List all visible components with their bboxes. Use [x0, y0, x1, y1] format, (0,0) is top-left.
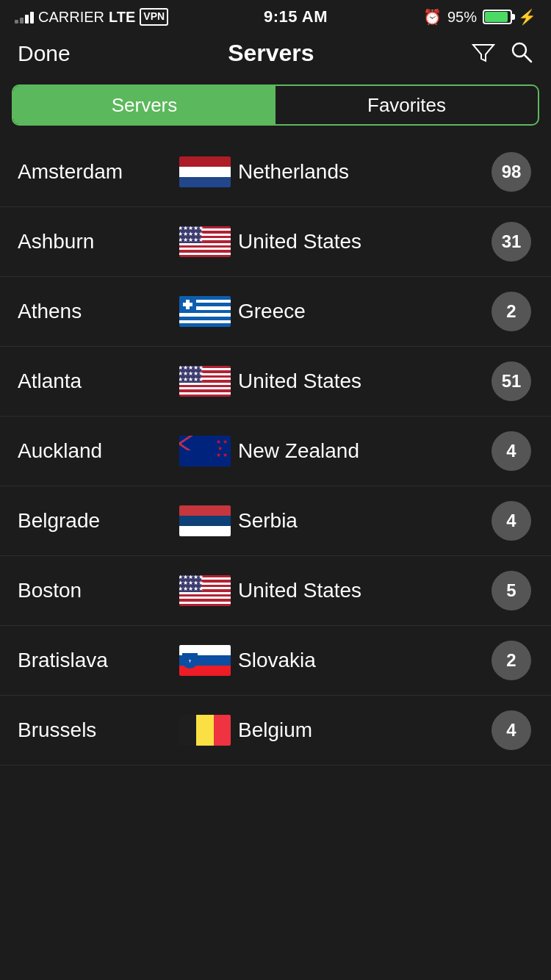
server-flag [179, 156, 238, 187]
server-country: Belgium [238, 718, 489, 742]
count-badge: 4 [491, 710, 531, 750]
server-flag: ★★★★★★★★★★★★★★★ [179, 575, 238, 606]
count-badge: 2 [491, 641, 531, 680]
count-badge: 4 [491, 501, 531, 541]
time-display: 9:15 AM [264, 7, 328, 26]
server-flag: ✝ [179, 645, 238, 676]
vpn-label: VPN [140, 8, 168, 26]
server-flag [179, 296, 238, 327]
server-item[interactable]: Belgrade Serbia 4 [0, 486, 551, 556]
signal-bars [15, 10, 34, 24]
count-badge: 2 [491, 292, 531, 331]
server-flag [179, 715, 238, 746]
server-count: 4 [489, 710, 533, 750]
server-city: Brussels [18, 718, 179, 742]
search-icon[interactable] [510, 40, 533, 67]
server-flag: ★★★★★★★★★★★★★★★ [179, 226, 238, 257]
server-item[interactable]: Bratislava ✝ Slovakia 2 [0, 626, 551, 696]
server-city: Amsterdam [18, 160, 179, 184]
server-item[interactable]: Auckland ★ ★ ★★ ★ New Zealand 4 [0, 417, 551, 486]
segment-control: Servers Favorites [12, 84, 539, 126]
server-flag: ★★★★★★★★★★★★★★★ [179, 366, 238, 397]
carrier-label: CARRIER [38, 9, 104, 26]
lte-label: LTE [109, 9, 135, 26]
server-city: Belgrade [18, 509, 179, 533]
server-country: United States [238, 230, 489, 253]
server-city: Ashburn [18, 230, 179, 253]
status-bar: CARRIER LTE VPN 9:15 AM ⏰ 95% ⚡ [0, 0, 551, 32]
favorites-tab[interactable]: Favorites [276, 86, 538, 124]
count-badge: 51 [491, 361, 531, 401]
server-item[interactable]: Boston ★★★★★★★★★★★★★★★ United States 5 [0, 556, 551, 626]
server-item[interactable]: Ashburn ★★★★★★★★★★★★★★★ United States 31 [0, 207, 551, 277]
server-country: New Zealand [238, 439, 489, 463]
count-badge: 31 [491, 222, 531, 262]
alarm-icon: ⏰ [423, 8, 442, 26]
svg-line-1 [525, 55, 531, 62]
count-badge: 4 [491, 431, 531, 471]
server-item[interactable]: Athens Greece 2 [0, 277, 551, 347]
server-country: Greece [238, 300, 489, 323]
server-flag [179, 505, 238, 536]
server-country: Netherlands [238, 160, 489, 184]
server-city: Auckland [18, 439, 179, 463]
server-list: Amsterdam Netherlands 98 Ashburn ★★★★★★★… [0, 137, 551, 765]
count-badge: 5 [491, 571, 531, 610]
server-city: Athens [18, 300, 179, 323]
server-count: 4 [489, 501, 533, 541]
server-country: United States [238, 579, 489, 602]
battery-indicator [483, 10, 512, 24]
server-city: Bratislava [18, 649, 179, 672]
status-left: CARRIER LTE VPN [15, 8, 168, 26]
battery-percent: 95% [447, 9, 477, 26]
nav-bar: Done Servers [0, 32, 551, 77]
server-flag: ★ ★ ★★ ★ [179, 436, 238, 466]
server-count: 98 [489, 152, 533, 192]
count-badge: 98 [491, 152, 531, 192]
server-count: 2 [489, 641, 533, 680]
server-city: Atlanta [18, 370, 179, 393]
server-item[interactable]: Amsterdam Netherlands 98 [0, 137, 551, 207]
status-right: ⏰ 95% ⚡ [423, 8, 536, 26]
server-city: Boston [18, 579, 179, 602]
charging-icon: ⚡ [518, 8, 536, 26]
server-count: 5 [489, 571, 533, 610]
server-count: 51 [489, 361, 533, 401]
server-count: 31 [489, 222, 533, 262]
nav-title: Servers [228, 40, 314, 67]
nav-actions [472, 40, 533, 67]
server-item[interactable]: Brussels Belgium 4 [0, 696, 551, 765]
done-button[interactable]: Done [18, 41, 71, 66]
server-count: 4 [489, 431, 533, 471]
server-count: 2 [489, 292, 533, 331]
servers-tab[interactable]: Servers [13, 86, 276, 124]
server-country: Serbia [238, 509, 489, 533]
server-item[interactable]: Atlanta ★★★★★★★★★★★★★★★ United States 51 [0, 347, 551, 417]
server-country: United States [238, 370, 489, 393]
filter-icon[interactable] [472, 40, 495, 67]
server-country: Slovakia [238, 649, 489, 672]
